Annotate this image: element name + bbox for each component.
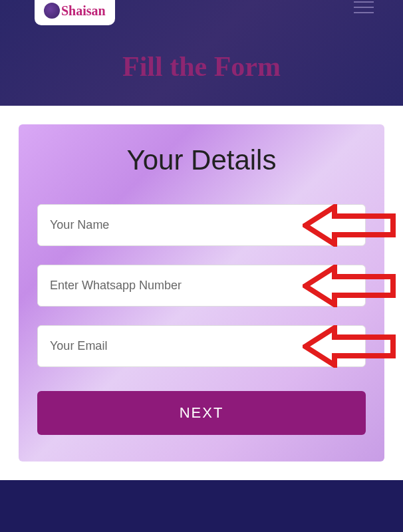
form-wrapper: Your Details NEXT xyxy=(0,106,403,480)
email-input[interactable] xyxy=(37,325,366,367)
footer xyxy=(0,480,403,532)
logo-text: Shaisan xyxy=(61,3,106,19)
header: Shaisan Fill the Form xyxy=(0,0,403,106)
logo-container[interactable]: Shaisan xyxy=(35,0,115,25)
form-heading: Your Details xyxy=(37,144,366,176)
email-field-wrapper xyxy=(37,325,366,367)
hamburger-menu-icon[interactable] xyxy=(354,1,374,17)
form-card: Your Details NEXT xyxy=(19,124,384,462)
logo: Shaisan xyxy=(44,3,106,19)
whatsapp-input[interactable] xyxy=(37,265,366,307)
header-top: Shaisan xyxy=(16,0,387,25)
logo-icon xyxy=(44,3,60,19)
next-button[interactable]: NEXT xyxy=(37,391,366,435)
name-input[interactable] xyxy=(37,204,366,246)
name-field-wrapper xyxy=(37,204,366,246)
whatsapp-field-wrapper xyxy=(37,265,366,307)
page-title: Fill the Form xyxy=(16,51,387,82)
